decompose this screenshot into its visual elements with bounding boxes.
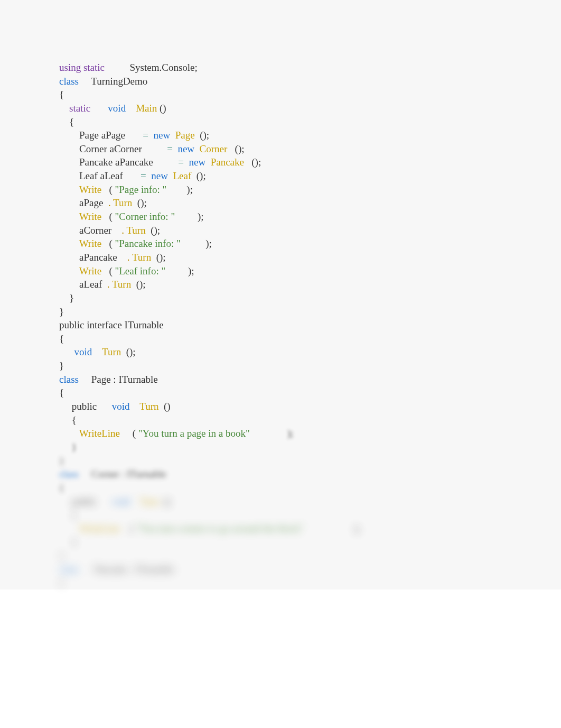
code-line: aPage . Turn (); xyxy=(59,196,502,210)
code-line: Write ( "Page info: " ); xyxy=(59,183,502,197)
code-line: aPancake . Turn (); xyxy=(59,251,502,264)
code-line: class Pancake : ITurnable xyxy=(59,563,502,576)
code-line: } xyxy=(59,305,502,319)
code-block: using static System.Console; class Turni… xyxy=(0,0,561,589)
code-line: Page aPage = new Page (); xyxy=(59,128,502,142)
code-line: { xyxy=(59,413,502,427)
code-line: { xyxy=(59,481,502,495)
code-line: WriteLine ( "You turn a page in a book" … xyxy=(59,427,502,440)
code-line: { xyxy=(59,386,502,400)
code-line: } xyxy=(59,359,502,373)
code-line: { xyxy=(59,88,502,102)
code-line: { xyxy=(59,332,502,346)
code-line: public void Turn () xyxy=(59,400,502,413)
code-line: class Corner : ITurnable xyxy=(59,467,502,481)
code-line: Corner aCorner = new Corner (); xyxy=(59,142,502,156)
code-line: WriteLine ( "You turn corners to go arou… xyxy=(59,522,502,536)
code-line: { xyxy=(59,508,502,522)
code-line: public void Turn () xyxy=(59,495,502,509)
code-line: class Page : ITurnable xyxy=(59,373,502,386)
code-line: static void Main () xyxy=(59,102,502,115)
code-line: } xyxy=(59,549,502,563)
code-line: { xyxy=(59,115,502,129)
code-line: Leaf aLeaf = new Leaf (); xyxy=(59,169,502,183)
code-line: using static System.Console; xyxy=(59,61,502,75)
code-line: Write ( "Pancake info: " ); xyxy=(59,237,502,251)
code-line: } xyxy=(59,291,502,305)
code-line: Pancake aPancake = new Pancake (); xyxy=(59,155,502,169)
code-line: void Turn (); xyxy=(59,345,502,359)
code-line: } xyxy=(59,454,502,468)
code-line: public interface ITurnable xyxy=(59,318,502,332)
fade-overlay xyxy=(0,591,561,728)
code-line: aLeaf . Turn (); xyxy=(59,278,502,291)
code-line: Write ( "Leaf info: " ); xyxy=(59,264,502,278)
code-line: Write ( "Corner info: " ); xyxy=(59,210,502,224)
code-line: { xyxy=(59,576,502,589)
code-line: aCorner . Turn (); xyxy=(59,224,502,237)
code-line: } xyxy=(59,535,502,549)
code-line: class TurningDemo xyxy=(59,75,502,88)
code-line: } xyxy=(59,440,502,454)
